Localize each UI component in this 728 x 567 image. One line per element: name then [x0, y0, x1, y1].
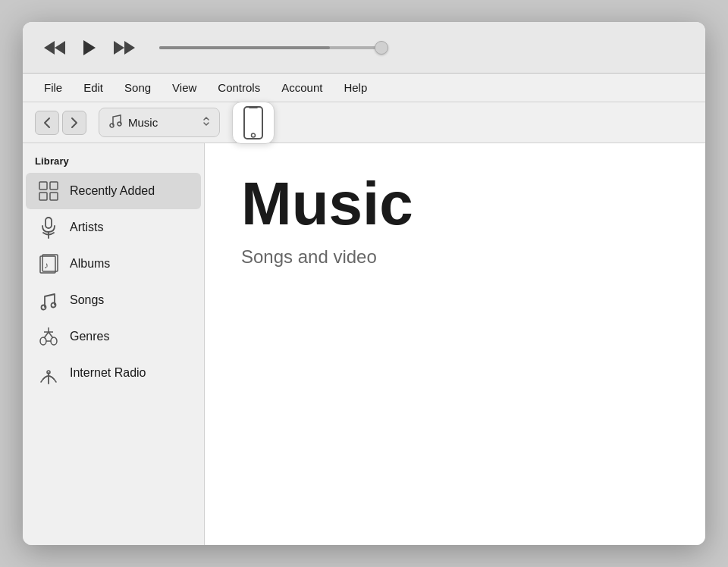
progress-fill — [159, 46, 330, 49]
svg-rect-11 — [50, 182, 58, 190]
sidebar-item-songs[interactable]: Songs — [26, 282, 201, 318]
play-icon — [80, 39, 99, 57]
sidebar: Library Recently Added — [23, 143, 205, 545]
albums-label: Albums — [70, 257, 110, 271]
iphone-icon — [243, 106, 264, 139]
sidebar-item-internet-radio[interactable]: Internet Radio — [26, 355, 201, 391]
menu-item-controls[interactable]: Controls — [209, 78, 269, 97]
genres-label: Genres — [70, 330, 109, 343]
progress-track[interactable] — [159, 46, 387, 49]
svg-rect-15 — [46, 218, 52, 228]
svg-marker-0 — [55, 41, 65, 55]
rewind-icon — [44, 39, 65, 56]
svg-marker-2 — [83, 40, 96, 55]
svg-rect-10 — [39, 182, 47, 190]
sidebar-item-albums[interactable]: ♪ Albums — [26, 246, 201, 282]
svg-point-25 — [40, 337, 46, 345]
svg-rect-12 — [39, 193, 47, 200]
progress-thumb[interactable] — [375, 41, 388, 55]
menu-item-view[interactable]: View — [163, 78, 206, 97]
mic-icon — [38, 217, 59, 238]
svg-marker-4 — [124, 41, 135, 55]
menu-item-edit[interactable]: Edit — [74, 78, 112, 97]
svg-point-9 — [252, 133, 256, 137]
svg-rect-8 — [249, 106, 258, 108]
internet-radio-label: Internet Radio — [70, 366, 146, 380]
transport-bar — [23, 22, 705, 74]
song-note-icon — [38, 290, 59, 311]
radio-icon — [38, 362, 59, 384]
music-note-icon — [108, 113, 122, 132]
menu-item-account[interactable]: Account — [272, 78, 331, 97]
device-button[interactable] — [232, 102, 275, 144]
fastforward-icon — [114, 39, 135, 56]
recently-added-label: Recently Added — [70, 184, 155, 198]
content-subtitle: Songs and video — [241, 246, 669, 268]
back-button[interactable] — [35, 111, 59, 135]
svg-rect-13 — [50, 193, 58, 200]
grid-icon — [38, 180, 59, 202]
menu-item-help[interactable]: Help — [334, 78, 376, 97]
svg-point-6 — [118, 122, 121, 126]
play-button[interactable] — [77, 36, 102, 60]
sidebar-section-library: Library — [23, 155, 204, 173]
menu-item-song[interactable]: Song — [115, 78, 160, 97]
library-selector[interactable]: Music — [99, 108, 220, 137]
genres-icon — [38, 326, 59, 347]
main-content: Library Recently Added — [23, 143, 705, 545]
chevron-right-icon — [71, 117, 78, 128]
fastforward-button[interactable] — [111, 36, 138, 59]
rewind-button[interactable] — [41, 36, 68, 59]
nav-arrows — [35, 111, 86, 135]
forward-button[interactable] — [62, 111, 86, 135]
svg-marker-3 — [114, 41, 124, 55]
album-icon: ♪ — [38, 253, 59, 274]
sidebar-item-artists[interactable]: Artists — [26, 209, 201, 246]
content-area: Music Songs and video — [205, 143, 705, 545]
sidebar-item-recently-added[interactable]: Recently Added — [26, 173, 201, 209]
songs-label: Songs — [70, 293, 104, 307]
sidebar-item-genres[interactable]: Genres — [26, 318, 201, 355]
artists-label: Artists — [70, 221, 103, 234]
nav-bar: Music — [23, 102, 705, 143]
chevron-updown-icon — [202, 116, 210, 129]
svg-text:♪: ♪ — [44, 260, 49, 271]
svg-point-29 — [47, 371, 50, 374]
content-title: Music — [241, 174, 669, 234]
svg-marker-1 — [44, 41, 55, 55]
svg-point-26 — [51, 337, 57, 345]
chevron-left-icon — [43, 117, 51, 128]
menu-item-file[interactable]: File — [35, 78, 71, 97]
main-window: File Edit Song View Controls Account Hel… — [23, 22, 705, 545]
menu-bar: File Edit Song View Controls Account Hel… — [23, 74, 705, 102]
library-label: Music — [128, 116, 196, 129]
svg-point-5 — [110, 124, 114, 127]
